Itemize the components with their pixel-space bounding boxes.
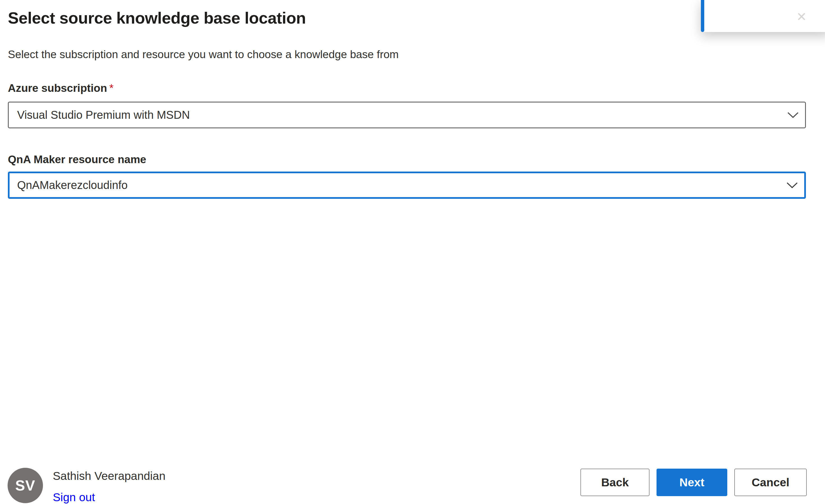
subscription-label: Azure subscription* <box>8 82 114 94</box>
page-subtitle: Select the subscription and resource you… <box>8 48 399 61</box>
avatar-initials: SV <box>15 477 35 494</box>
user-name: Sathish Veerapandian <box>53 470 165 483</box>
back-button[interactable]: Back <box>581 469 650 496</box>
resource-dropdown[interactable]: QnAMakerezcloudinfo <box>8 171 806 199</box>
select-kb-location-page: Select source knowledge base location Se… <box>0 0 825 504</box>
chevron-down-icon <box>786 182 798 189</box>
chevron-down-icon <box>788 112 799 118</box>
notification-toast: ✕ <box>701 0 825 32</box>
page-title: Select source knowledge base location <box>8 8 306 27</box>
next-button[interactable]: Next <box>657 469 727 496</box>
cancel-button[interactable]: Cancel <box>734 469 807 496</box>
dialog-action-buttons: Back Next Cancel <box>581 469 807 496</box>
subscription-label-text: Azure subscription <box>8 82 107 94</box>
resource-label: QnA Maker resource name <box>8 153 146 166</box>
required-asterisk: * <box>109 82 114 94</box>
avatar: SV <box>8 468 43 503</box>
subscription-dropdown[interactable]: Visual Studio Premium with MSDN <box>8 102 806 128</box>
close-icon[interactable]: ✕ <box>796 11 807 23</box>
toast-accent-bar <box>701 0 704 32</box>
subscription-dropdown-value: Visual Studio Premium with MSDN <box>9 109 190 121</box>
resource-dropdown-value: QnAMakerezcloudinfo <box>10 179 128 192</box>
sign-out-link[interactable]: Sign out <box>53 491 95 504</box>
